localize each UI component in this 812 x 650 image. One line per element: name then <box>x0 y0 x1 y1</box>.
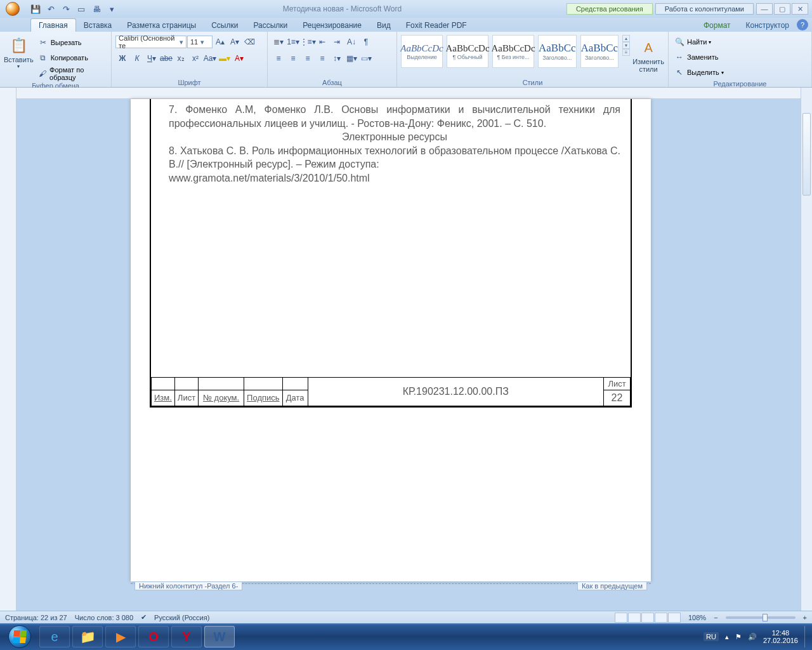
style-item[interactable]: AaBbCcDcВыделение <box>401 35 443 68</box>
style-item[interactable]: AaBbCcDc¶ Обычный <box>447 35 488 68</box>
taskbar-word-icon[interactable]: W <box>204 626 235 647</box>
close-button[interactable]: ✕ <box>792 3 808 15</box>
taskbar-media-icon[interactable]: ▶ <box>105 626 136 647</box>
taskbar-opera-icon[interactable]: O <box>138 626 169 647</box>
status-language[interactable]: Русский (Россия) <box>154 614 209 621</box>
clear-format-icon[interactable]: ⌫ <box>242 35 256 49</box>
view-print-layout[interactable] <box>615 613 627 623</box>
shrink-font-icon[interactable]: A▾ <box>228 35 242 49</box>
align-left-icon[interactable]: ≡ <box>272 51 285 65</box>
bullets-icon[interactable]: ≣▾ <box>272 35 285 49</box>
tab-view[interactable]: Вид <box>369 19 398 32</box>
strike-icon[interactable]: abe <box>159 51 173 65</box>
font-size-combo[interactable]: 11▾ <box>187 36 213 48</box>
grow-font-icon[interactable]: A▴ <box>213 35 227 49</box>
same-as-previous-tab[interactable]: Как в предыдущем <box>577 581 647 590</box>
indent-icon[interactable]: ⇥ <box>330 35 344 49</box>
heading-resources[interactable]: Электронные ресурсы <box>169 130 620 144</box>
taskbar-yandex-icon[interactable]: Y <box>171 626 202 647</box>
start-button[interactable] <box>3 623 37 650</box>
line-spacing-icon[interactable]: ↕▾ <box>330 51 344 65</box>
underline-icon[interactable]: Ч▾ <box>145 51 159 65</box>
dedent-icon[interactable]: ⇤ <box>315 35 329 49</box>
view-draft[interactable] <box>668 613 681 623</box>
font-name-combo[interactable]: Calibri (Основной те▾ <box>115 36 187 48</box>
view-full-screen[interactable] <box>628 613 641 623</box>
tab-insert[interactable]: Вставка <box>76 19 120 32</box>
paragraph[interactable]: 7. Фоменко А.М, Фоменко Л.В. Основы инфо… <box>169 103 620 130</box>
title-block-stamp[interactable]: КР.190231.12.00.00.ПЗ Лист Изм. Лист № д… <box>151 377 631 406</box>
align-right-icon[interactable]: ≡ <box>301 51 315 65</box>
tray-action-center-icon[interactable]: ⚑ <box>735 633 742 641</box>
zoom-out-button[interactable]: − <box>714 614 717 621</box>
horizontal-ruler[interactable] <box>16 88 812 99</box>
change-case-icon[interactable]: Aa▾ <box>203 51 217 65</box>
qat-print-icon[interactable]: 🖶 <box>90 3 103 15</box>
minimize-button[interactable]: — <box>756 3 773 15</box>
status-words[interactable]: Число слов: 3 080 <box>75 614 133 621</box>
zoom-in-button[interactable]: + <box>803 614 807 621</box>
view-outline[interactable] <box>655 613 667 623</box>
vertical-ruler[interactable] <box>0 88 16 611</box>
change-styles-button[interactable]: A Изменить стили <box>632 35 664 73</box>
paragraph[interactable]: 8. Хатькова С. В. Роль информационных те… <box>169 144 620 171</box>
maximize-button[interactable]: ▢ <box>774 3 790 15</box>
shading-icon[interactable]: ▦▾ <box>344 51 358 65</box>
tab-format[interactable]: Формат <box>696 19 738 32</box>
font-color-icon[interactable]: A▾ <box>232 51 246 65</box>
tray-language[interactable]: RU <box>704 632 719 641</box>
copy-button[interactable]: ⧉Копировать <box>36 51 107 65</box>
subscript-icon[interactable]: x₂ <box>174 51 188 65</box>
highlight-icon[interactable]: ▬▾ <box>218 51 232 65</box>
tray-clock[interactable]: 12:48 27.02.2016 <box>763 629 798 644</box>
format-painter-button[interactable]: 🖌Формат по образцу <box>36 66 107 81</box>
status-proofing-icon[interactable]: ✔ <box>141 613 147 621</box>
vertical-scrollbar[interactable] <box>801 88 812 611</box>
numbering-icon[interactable]: 1≡▾ <box>286 35 300 49</box>
style-item[interactable]: AaBbCcЗаголово... <box>580 35 619 68</box>
tab-mailings[interactable]: Рассылки <box>246 19 295 32</box>
tab-foxit[interactable]: Foxit Reader PDF <box>398 19 475 32</box>
qat-redo-icon[interactable]: ↷ <box>60 3 72 15</box>
align-center-icon[interactable]: ≡ <box>286 51 300 65</box>
qat-dropdown-icon[interactable]: ▾ <box>105 3 118 15</box>
paste-button[interactable]: 📋 Вставить ▾ <box>4 33 34 69</box>
taskbar-explorer-icon[interactable]: 📁 <box>72 626 103 647</box>
bold-icon[interactable]: Ж <box>115 51 129 65</box>
tab-references[interactable]: Ссылки <box>204 19 246 32</box>
cut-button[interactable]: ✂Вырезать <box>36 36 107 50</box>
tab-constructor[interactable]: Конструктор <box>738 19 797 32</box>
show-desktop-button[interactable] <box>804 626 809 647</box>
replace-button[interactable]: ↔Заменить <box>672 50 718 64</box>
italic-icon[interactable]: К <box>130 51 144 65</box>
tray-flag-icon[interactable]: ▴ <box>725 633 729 641</box>
show-marks-icon[interactable]: ¶ <box>359 35 373 49</box>
document-scroll[interactable]: 7. Фоменко А.М, Фоменко Л.В. Основы инфо… <box>16 88 812 611</box>
style-item[interactable]: AaBbCcЗаголово... <box>538 35 577 68</box>
qat-save-icon[interactable]: 💾 <box>29 3 42 15</box>
sort-icon[interactable]: A↓ <box>344 35 358 49</box>
tab-page-layout[interactable]: Разметка страницы <box>119 19 204 32</box>
view-web[interactable] <box>641 613 654 623</box>
help-button[interactable]: ? <box>797 19 808 30</box>
qat-new-icon[interactable]: ▭ <box>75 3 88 15</box>
qat-undo-icon[interactable]: ↶ <box>44 3 57 15</box>
tab-review[interactable]: Рецензирование <box>295 19 369 32</box>
style-item[interactable]: AaBbCcDc¶ Без инте... <box>492 35 534 68</box>
footer-label-tab[interactable]: Нижний колонтитул -Раздел 6- <box>134 581 242 590</box>
text-frame[interactable]: 7. Фоменко А.М, Фоменко Л.В. Основы инфо… <box>150 99 632 408</box>
paragraph[interactable]: www.gramota.net/materials/3/2010/1/50.ht… <box>169 171 620 185</box>
superscript-icon[interactable]: x² <box>188 51 202 65</box>
zoom-level[interactable]: 108% <box>688 614 706 621</box>
status-page[interactable]: Страница: 22 из 27 <box>5 614 67 621</box>
borders-icon[interactable]: ▭▾ <box>359 51 373 65</box>
zoom-slider[interactable] <box>726 616 796 619</box>
tray-volume-icon[interactable]: 🔊 <box>748 633 757 641</box>
select-button[interactable]: ↖Выделить▾ <box>672 65 724 79</box>
style-gallery-scroll[interactable]: ▴▾≡ <box>622 35 630 56</box>
office-button[interactable] <box>0 0 25 18</box>
tab-home[interactable]: Главная <box>30 18 76 32</box>
taskbar-ie-icon[interactable]: e <box>39 626 70 647</box>
justify-icon[interactable]: ≡ <box>315 51 329 65</box>
multilevel-icon[interactable]: ⋮≡▾ <box>301 35 315 49</box>
